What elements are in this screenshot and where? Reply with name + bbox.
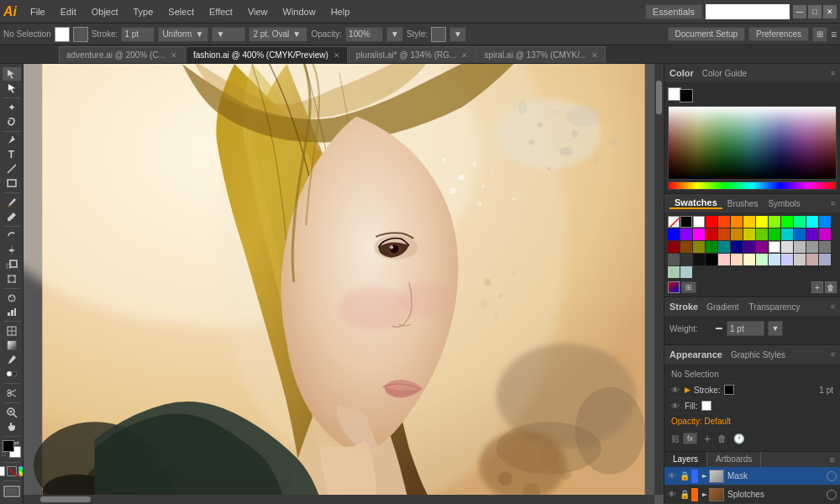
swatch-olive[interactable] xyxy=(693,241,705,253)
layer-mask-vis[interactable]: 👁 xyxy=(668,471,680,480)
swatch-magenta[interactable] xyxy=(693,228,705,240)
swatch-yellow-green[interactable] xyxy=(769,216,780,228)
menu-view[interactable]: View xyxy=(241,5,275,18)
swatch-blue-cyan[interactable] xyxy=(819,216,831,228)
scissors-tool[interactable] xyxy=(3,386,21,400)
menu-select[interactable]: Select xyxy=(161,5,201,18)
menu-effect[interactable]: Effect xyxy=(202,5,239,18)
opacity-dropdown[interactable]: ▼ xyxy=(386,27,403,42)
delete-item-button[interactable]: 🗑 xyxy=(717,433,727,444)
swatch-mint[interactable] xyxy=(756,254,768,265)
panel-menu-icon[interactable]: ≡ xyxy=(831,29,837,40)
scrollbar-vertical-thumb[interactable] xyxy=(656,81,662,114)
layer-mask-circle[interactable] xyxy=(827,471,837,481)
swatch-dark-violet[interactable] xyxy=(806,228,818,240)
swatch-maroon[interactable] xyxy=(668,241,680,253)
selection-tool[interactable] xyxy=(3,67,21,81)
layers-panel-menu[interactable]: ≡ xyxy=(825,452,840,467)
fill-visibility[interactable]: 👁 xyxy=(671,402,680,411)
swatch-dk-green[interactable] xyxy=(706,241,717,253)
canvas-area[interactable] xyxy=(24,64,664,504)
menu-file[interactable]: File xyxy=(24,5,52,18)
swatch-warm-gray4[interactable] xyxy=(668,266,680,278)
swatch-dark-red[interactable] xyxy=(706,228,717,240)
link-icon[interactable]: ⛓ xyxy=(671,434,680,444)
color-guide-tab[interactable]: Color Guide xyxy=(697,69,752,78)
rectangle-tool[interactable] xyxy=(3,176,21,190)
line-tool[interactable] xyxy=(3,162,21,176)
menu-edit[interactable]: Edit xyxy=(54,5,83,18)
tab-fashion[interactable]: fashion.ai @ 400% (CMYK/Preview)✕ xyxy=(186,46,348,63)
swatch-gray6[interactable] xyxy=(680,254,692,265)
swatch-dark-green[interactable] xyxy=(769,228,780,240)
layer-splotches-vis[interactable]: 👁 xyxy=(668,490,680,499)
fill-row-appearance[interactable]: 👁 Fill: xyxy=(668,398,837,414)
swatch-red[interactable] xyxy=(706,216,717,228)
magic-wand-tool[interactable]: ✦ xyxy=(3,101,21,114)
screen-mode-icon[interactable] xyxy=(3,486,20,499)
swatch-brown[interactable] xyxy=(680,241,692,253)
swatch-yellow[interactable] xyxy=(756,216,768,228)
pen-tool[interactable] xyxy=(3,134,21,147)
style-dropdown[interactable]: ▼ xyxy=(449,27,466,42)
default-colors-icon[interactable]: □ xyxy=(3,451,9,458)
swatch-black[interactable] xyxy=(706,254,717,265)
delete-swatch-button[interactable]: 🗑 xyxy=(825,281,837,293)
swatch-cyan-green[interactable] xyxy=(794,216,806,228)
symbols-tab[interactable]: Symbols xyxy=(763,199,805,208)
minimize-button[interactable]: — xyxy=(793,5,806,18)
direct-selection-tool[interactable] xyxy=(3,81,21,95)
fill-appear-swatch[interactable] xyxy=(701,401,711,411)
swatch-orange-red[interactable] xyxy=(718,216,730,228)
swatch-warm-gray3[interactable] xyxy=(819,254,831,265)
new-swatch-button[interactable]: + xyxy=(811,281,823,293)
swatches-panel-header[interactable]: Swatches Brushes Symbols ≡ xyxy=(664,194,840,213)
stroke-visibility[interactable]: 👁 xyxy=(671,386,680,395)
swatch-none[interactable] xyxy=(668,216,680,228)
gradient-tool[interactable] xyxy=(3,339,21,352)
swatch-registration[interactable] xyxy=(680,216,692,228)
fill-none-icon[interactable] xyxy=(0,466,24,476)
swatch-sky[interactable] xyxy=(769,254,780,265)
swatch-dark-magenta[interactable] xyxy=(819,228,831,240)
symbol-sprayer-tool[interactable] xyxy=(3,291,21,304)
search-input[interactable] xyxy=(706,4,790,19)
layer-mask-expand[interactable] xyxy=(701,472,709,480)
stroke-profile-dropdown[interactable]: Uniform▼ xyxy=(158,27,208,42)
arrange-icon[interactable]: ⊞ xyxy=(812,27,827,42)
swatch-orange[interactable] xyxy=(731,216,743,228)
color-bg-swatch[interactable] xyxy=(680,89,693,102)
canvas-scrollbar-vertical[interactable] xyxy=(654,64,664,495)
swatch-gray3[interactable] xyxy=(806,241,818,253)
color-panel-menu[interactable]: ≡ xyxy=(831,69,835,77)
swatch-yellow-orange[interactable] xyxy=(743,216,755,228)
tab-pluralist[interactable]: pluralist.ai* @ 134% (RG...✕ xyxy=(349,46,476,63)
canvas-scrollbar-horizontal[interactable] xyxy=(24,495,654,504)
style-swatch[interactable] xyxy=(431,27,446,42)
swatch-dark-yellow[interactable] xyxy=(743,228,755,240)
stroke-panel-menu[interactable]: ≡ xyxy=(831,302,835,311)
layer-row-splotches[interactable]: 👁 🔒 Splotches xyxy=(664,486,840,504)
document-setup-button[interactable]: Document Setup xyxy=(668,27,746,41)
swatch-peach[interactable] xyxy=(731,254,743,265)
swatch-gray1[interactable] xyxy=(781,241,793,253)
eyedropper-tool[interactable] xyxy=(3,353,21,366)
fx-button[interactable]: fx xyxy=(683,433,697,444)
show-kind-button[interactable]: ⊞ xyxy=(681,281,696,293)
appearance-panel-menu[interactable]: ≡ xyxy=(831,350,835,359)
swatch-cyan[interactable] xyxy=(806,216,818,228)
brushes-tab[interactable]: Brushes xyxy=(722,199,764,208)
stroke-row-appearance[interactable]: 👁 ▶ Stroke: 1 pt xyxy=(668,382,837,398)
rotate-tool[interactable] xyxy=(3,229,21,243)
reflect-tool[interactable] xyxy=(3,244,21,257)
layer-mask-lock[interactable]: 🔒 xyxy=(680,471,691,480)
swatch-type-icon[interactable] xyxy=(668,281,680,293)
tab-adventure[interactable]: adventure.ai @ 200% (C...✕ xyxy=(59,46,185,63)
swatch-dark-cyan[interactable] xyxy=(781,228,793,240)
layer-splotches-expand[interactable] xyxy=(701,491,709,499)
swatches-tab[interactable]: Swatches xyxy=(669,197,722,209)
menu-type[interactable]: Type xyxy=(127,5,160,18)
fill-swatch[interactable] xyxy=(55,27,70,42)
swatch-dark-blue[interactable] xyxy=(794,228,806,240)
color-hue-slider[interactable] xyxy=(668,181,837,190)
